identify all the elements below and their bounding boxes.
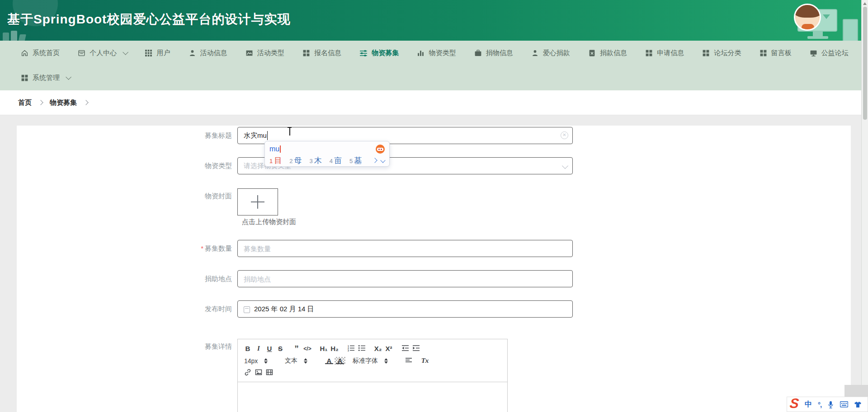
ordered-list-button[interactable]: 123 xyxy=(345,345,356,353)
sogou-ime-toolbar: S 中 °, xyxy=(787,397,868,412)
bold-button[interactable]: B xyxy=(242,345,253,352)
nav-item-users[interactable]: 用户 xyxy=(145,49,170,57)
video-button[interactable] xyxy=(264,369,275,377)
nav-item-signup-info[interactable]: 报名信息 xyxy=(302,49,341,57)
nav-item-personal-center[interactable]: 个人中心 xyxy=(78,49,127,57)
required-asterisk: * xyxy=(201,244,203,252)
page-scrollbar[interactable] xyxy=(861,0,868,412)
nav-item-donation-info[interactable]: 捐款信息 xyxy=(588,49,627,57)
clipboard-x-icon xyxy=(588,49,596,57)
ime-punctuation-toggle[interactable]: °, xyxy=(818,401,821,408)
h2-button[interactable]: H₂ xyxy=(329,345,340,352)
rich-text-editor: B I U S ” </> H₁ H₂ xyxy=(237,339,508,412)
ime-mode-toggle[interactable]: 中 xyxy=(805,400,812,409)
code-button[interactable]: </> xyxy=(302,346,313,352)
breadcrumb: 首页 物资募集 xyxy=(0,90,861,115)
text-color-button[interactable]: A xyxy=(324,357,335,365)
editor-toolbar: B I U S ” </> H₁ H₂ xyxy=(238,339,507,382)
scrollbar-thumb[interactable] xyxy=(863,7,867,120)
donate-location-input[interactable] xyxy=(237,270,573,287)
ime-next-page-icon[interactable] xyxy=(372,158,377,163)
bg-color-button[interactable]: A xyxy=(335,357,345,365)
donate-location-label: 捐助地点 xyxy=(17,270,237,287)
outdent-button[interactable] xyxy=(400,345,410,353)
ime-expand-icon[interactable] xyxy=(380,158,385,163)
subscript-button[interactable]: X₂ xyxy=(373,345,383,352)
microphone-icon[interactable] xyxy=(827,401,834,408)
nav-item-donated-goods-info[interactable]: 捐物信息 xyxy=(474,49,513,57)
ime-candidate[interactable]: 5墓 xyxy=(349,155,362,166)
underline-button[interactable]: U xyxy=(264,345,275,352)
text-style-picker[interactable]: 文本 xyxy=(283,357,318,365)
clear-input-icon[interactable]: ✕ xyxy=(561,131,568,139)
collect-details-label: 募集详情 xyxy=(17,338,237,355)
picker-arrows-icon xyxy=(304,358,307,364)
italic-button[interactable]: I xyxy=(253,345,264,352)
align-button[interactable] xyxy=(403,357,414,365)
material-cover-label: 物资封面 xyxy=(17,187,237,205)
nav-item-system-manage[interactable]: 系统管理 xyxy=(21,74,70,82)
nav-item-application-info[interactable]: 申请信息 xyxy=(645,49,684,57)
ime-candidate[interactable]: 2母 xyxy=(289,155,302,166)
nav-item-message-board[interactable]: 留言板 xyxy=(760,49,792,57)
admin-page: 基于SpringBoot校园爱心公益平台的设计与实现 系统首页 个人中心 用户 xyxy=(0,0,868,412)
h1-button[interactable]: H₁ xyxy=(318,345,329,352)
user-avatar[interactable] xyxy=(794,4,821,31)
collect-title-label: 募集标题 xyxy=(17,127,237,144)
ime-candidate-popup: mu 1目 2母 3木 4亩 5墓 xyxy=(264,141,390,167)
app-header: 基于SpringBoot校园爱心公益平台的设计与实现 xyxy=(0,0,868,41)
chevron-down-icon xyxy=(123,49,128,55)
skin-shirt-icon[interactable] xyxy=(854,401,862,408)
person-icon xyxy=(531,49,539,57)
ime-candidate[interactable]: 1目 xyxy=(269,155,282,166)
breadcrumb-home[interactable]: 首页 xyxy=(18,98,32,107)
nav-item-public-forum[interactable]: 公益论坛 xyxy=(810,49,849,57)
strikethrough-button[interactable]: S xyxy=(275,345,286,352)
ime-candidate[interactable]: 3木 xyxy=(309,155,321,166)
nav-item-love-donation[interactable]: 爱心捐款 xyxy=(531,49,570,57)
content-area: 募集标题 水灾mu ✕ 物资类型 请选择物资类型 xyxy=(0,115,861,412)
ime-caret xyxy=(280,145,281,153)
monitor-stand-decor xyxy=(813,32,823,36)
collect-quantity-input[interactable] xyxy=(237,240,573,257)
picker-arrows-icon xyxy=(384,358,388,364)
ime-candidate[interactable]: 4亩 xyxy=(330,155,342,166)
link-button[interactable] xyxy=(242,369,253,377)
editor-content-area[interactable] xyxy=(238,382,507,412)
nav-item-activity-info[interactable]: 活动信息 xyxy=(189,49,227,57)
photo-icon xyxy=(245,49,253,57)
clean-format-button[interactable]: Tx xyxy=(420,357,430,365)
briefcase-icon xyxy=(474,49,482,57)
grid-9-icon xyxy=(145,49,152,57)
sliders-icon xyxy=(359,49,368,57)
nav-row-primary: 系统首页 个人中心 用户 活动信息 活动类型 报名信息 xyxy=(0,41,861,66)
nav-item-system-home[interactable]: 系统首页 xyxy=(21,49,60,57)
scroll-up-icon[interactable] xyxy=(863,2,867,5)
chevron-down-icon xyxy=(66,74,71,80)
sogou-emoji-icon[interactable] xyxy=(376,145,385,154)
font-family-picker[interactable]: 标准字体 xyxy=(351,357,398,365)
publish-time-input[interactable]: 2025 年 02 月 14 日 xyxy=(237,300,573,318)
picker-arrows-icon xyxy=(264,358,268,364)
blockquote-button[interactable]: ” xyxy=(291,344,302,354)
nav-item-material-type[interactable]: 物资类型 xyxy=(417,49,456,57)
cover-upload-box[interactable] xyxy=(237,188,278,215)
image-button[interactable] xyxy=(253,369,264,377)
text-caret xyxy=(267,131,268,140)
nav-item-activity-type[interactable]: 活动类型 xyxy=(245,49,284,57)
grid-4-icon xyxy=(302,49,310,57)
grid-4-icon xyxy=(702,49,710,57)
font-size-picker[interactable]: 14px xyxy=(242,357,278,365)
monitor-icon xyxy=(810,49,817,57)
sogou-logo-icon[interactable]: S xyxy=(789,397,799,410)
superscript-button[interactable]: X² xyxy=(383,345,394,352)
bullet-list-button[interactable] xyxy=(356,345,367,353)
nav-item-material-collection[interactable]: 物资募集 xyxy=(359,49,399,57)
computer-tower-decor xyxy=(843,19,858,41)
nav-item-forum-category[interactable]: 论坛分类 xyxy=(702,49,741,57)
bar-chart-icon xyxy=(417,49,425,57)
soft-keyboard-icon[interactable] xyxy=(840,401,848,407)
breadcrumb-separator-icon xyxy=(38,100,43,105)
indent-button[interactable] xyxy=(410,345,421,353)
breadcrumb-current[interactable]: 物资募集 xyxy=(50,98,77,107)
